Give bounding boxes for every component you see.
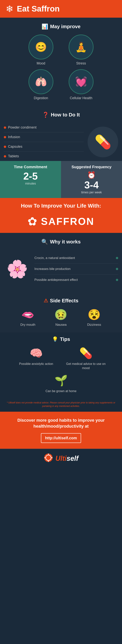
side-effects-section: ⚠ Side Effects 🫦 Dry mouth 🤢 Nausea 😵 Di… (0, 294, 122, 332)
dry-mouth-icon: 🫦 (21, 308, 34, 321)
magnify-icon: 🔍 (41, 239, 48, 245)
chart-icon: 📊 (42, 24, 48, 30)
digestion-label: Digestion (34, 96, 48, 100)
dizziness-icon: 😵 (88, 308, 101, 321)
time-freq-section: Time Commitment 2-5 minutes Suggested Fr… (0, 161, 122, 198)
effects-grid: 🫦 Dry mouth 🤢 Nausea 😵 Dizziness (13, 308, 109, 327)
method-tablets: Tablets (4, 152, 84, 161)
tip-medical: 💊 Get medical advice to use on mood (63, 347, 109, 370)
improve-life-title: How To Improve Your Life With: (4, 203, 118, 209)
improve-circles-grid: 😊 Mood 🧘 Stress 🫁 Digestion 💓 Cellular H… (23, 34, 99, 100)
tip-grow-home: 🌱 Can be grown at home (4, 374, 118, 393)
why-content: 🌸 Crocin, a natural antioxidant Increase… (4, 250, 118, 288)
improve-life-section: How To Improve Your Life With: ✿ SAFFRON (0, 198, 122, 233)
reason-antidepressant: Possible antidepressant effect (34, 274, 118, 285)
reason-dot-icon (116, 257, 118, 259)
reason-crocin: Crocin, a natural antioxidant (34, 253, 118, 264)
mood-circle: 😊 (28, 34, 53, 60)
tips-title: 💡 Tips (4, 336, 118, 342)
nausea-label: Nausea (56, 323, 67, 327)
medical-icon: 💊 (79, 347, 93, 360)
dry-mouth-label: Dry mouth (20, 323, 35, 327)
method-powder: Powder condiment (4, 123, 84, 132)
nausea-icon: 🤢 (54, 308, 67, 321)
dot-icon (4, 126, 6, 129)
frequency-value: 3-4 (65, 180, 118, 190)
time-commitment-box: Time Commitment 2-5 minutes (0, 161, 61, 198)
ultiself-brand-name: UltiUltiselfself (56, 454, 78, 462)
digestion-item: 🫁 Digestion (23, 69, 59, 100)
how-to-content: Powder condiment Infusion Capsules Table… (4, 123, 118, 161)
why-works-section: 🔍 Why it works 🌸 Crocin, a natural antio… (0, 233, 122, 294)
disclaimer-text: * Ultiself does not provide medical advi… (4, 401, 118, 408)
tips-section: 💡 Tips 🧠 Possible anxiolytic action 💊 Ge… (0, 332, 122, 399)
lightbulb-icon: 💡 (52, 336, 58, 342)
page-title: Eat Saffron (17, 4, 60, 14)
tips-grid: 🧠 Possible anxiolytic action 💊 Get medic… (13, 347, 109, 370)
cellular-health-circle: 💓 (69, 69, 94, 94)
tip-anxiolytic: 🧠 Possible anxiolytic action (13, 347, 59, 370)
reason-bile: Increases bile production (34, 264, 118, 274)
cellular-health-label: Cellular Health (70, 96, 92, 100)
saffron-flower-icon: ❄ (6, 4, 13, 14)
how-to-title: ❓ How to Do It (4, 112, 118, 118)
stress-circle: 🧘 (69, 34, 94, 60)
footer-url[interactable]: http://ultiself.com (41, 433, 81, 443)
may-improve-section: 📊 May improve 😊 Mood 🧘 Stress 🫁 Digestio… (0, 18, 122, 106)
dot-icon (4, 136, 6, 138)
mood-item: 😊 Mood (23, 34, 59, 66)
question-icon: ❓ (42, 112, 49, 118)
why-works-title: 🔍 Why it works (4, 239, 118, 245)
time-value: 2-5 (4, 171, 57, 181)
warning-icon: ⚠ (44, 298, 48, 304)
stress-label: Stress (76, 62, 86, 66)
footer-cta-text: Discover more good habits to improve you… (4, 418, 118, 429)
capsule-image: 💊 (88, 126, 118, 157)
tip-grow-label: Can be grown at home (46, 389, 76, 393)
plant-icon: 🌱 (55, 374, 68, 387)
suggested-frequency-box: Suggested Frequency ⏰ 3-4 times per week (61, 161, 122, 198)
saffron-banner: ✿ SAFFRON (4, 213, 118, 230)
side-effects-title: ⚠ Side Effects (4, 298, 118, 304)
reasons-list: Crocin, a natural antioxidant Increases … (34, 253, 118, 285)
dot-icon (4, 146, 6, 148)
time-commitment-header: Time Commitment (4, 165, 57, 169)
frequency-unit: times per week (65, 191, 118, 194)
clock-icon: ⏰ (65, 171, 118, 179)
method-infusion: Infusion (4, 132, 84, 142)
saffron-flower-large-icon: ✿ (28, 215, 37, 228)
disclaimer-section: * Ultiself does not provide medical advi… (0, 399, 122, 412)
footer-cta-section: Discover more good habits to improve you… (0, 412, 122, 449)
nausea-item: 🤢 Nausea (46, 308, 75, 327)
tip-anxiolytic-label: Possible anxiolytic action (19, 362, 53, 366)
digestion-circle: 🫁 (28, 69, 53, 94)
may-improve-title: 📊 May improve (4, 24, 118, 30)
cellular-health-item: 💓 Cellular Health (63, 69, 99, 100)
reason-dot-icon (116, 279, 118, 281)
method-capsules: Capsules (4, 142, 84, 152)
tip-medical-label: Get medical advice to use on mood (63, 362, 109, 370)
ultiself-logo-icon (44, 453, 53, 464)
page-header: ❄ Eat Saffron (0, 0, 122, 18)
brain-icon: 🧠 (30, 347, 43, 360)
frequency-header: Suggested Frequency (65, 165, 118, 169)
reason-dot-icon (116, 268, 118, 270)
dry-mouth-item: 🫦 Dry mouth (13, 308, 43, 327)
dizziness-label: Dizziness (87, 323, 101, 327)
methods-list: Powder condiment Infusion Capsules Table… (4, 123, 88, 161)
saffron-plant-icon: 🌸 (4, 250, 31, 288)
time-unit: minutes (4, 182, 57, 185)
dizziness-item: 😵 Dizziness (79, 308, 109, 327)
stress-item: 🧘 Stress (63, 34, 99, 66)
mood-label: Mood (37, 62, 45, 66)
how-to-section: ❓ How to Do It Powder condiment Infusion… (0, 106, 122, 161)
saffron-text: SAFFRON (41, 216, 94, 227)
ultiself-footer: UltiUltiselfself (0, 449, 122, 468)
dot-icon (4, 155, 6, 158)
